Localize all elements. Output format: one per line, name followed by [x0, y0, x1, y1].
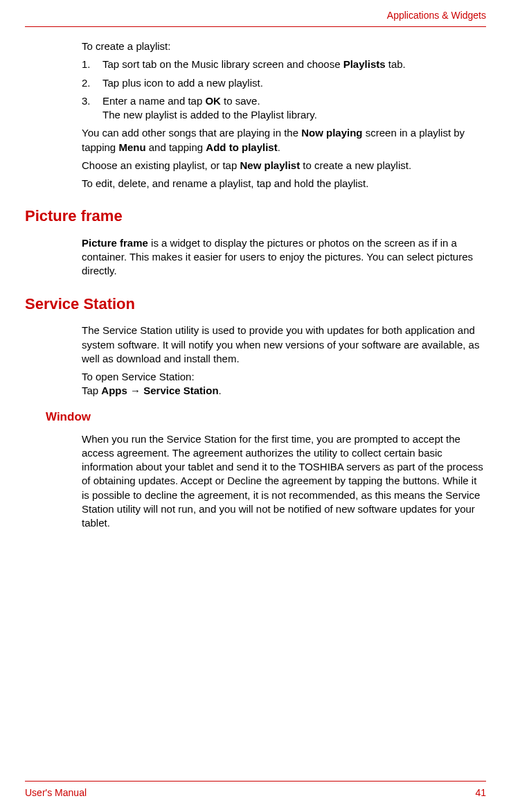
list-item: 2. Tap plus icon to add a new playlist.	[82, 76, 486, 90]
paragraph: To open Service Station: Tap Apps → Serv…	[82, 370, 486, 398]
footer-page-number: 41	[475, 787, 486, 798]
header-title: Applications & Widgets	[387, 10, 486, 21]
ordered-list: 1. Tap sort tab on the Music library scr…	[82, 58, 486, 122]
paragraph: Choose an existing playlist, or tap New …	[82, 159, 486, 173]
paragraph: You can add other songs that are playing…	[82, 126, 486, 155]
paragraph: To edit, delete, and rename a playlist, …	[82, 177, 486, 191]
page-content: To create a playlist: 1. Tap sort tab on…	[25, 39, 486, 781]
list-number: 3.	[82, 94, 102, 123]
list-item: 3. Enter a name and tap OK to save. The …	[82, 94, 486, 123]
paragraph: The Service Station utility is used to p…	[82, 324, 486, 366]
subsection-heading-window: Window	[46, 409, 486, 425]
page-header: Applications & Widgets	[25, 10, 486, 27]
list-item: 1. Tap sort tab on the Music library scr…	[82, 58, 486, 71]
list-text: Tap sort tab on the Music library screen…	[102, 58, 486, 71]
list-text: Enter a name and tap OK to save. The new…	[102, 94, 486, 123]
list-number: 2.	[82, 76, 102, 90]
section-heading-service-station: Service Station	[25, 294, 486, 315]
section-heading-picture-frame: Picture frame	[25, 206, 486, 227]
list-text: Tap plus icon to add a new playlist.	[102, 76, 486, 90]
footer-left: User's Manual	[25, 787, 87, 798]
intro-paragraph: To create a playlist:	[82, 39, 486, 53]
paragraph: When you run the Service Station for the…	[82, 432, 486, 531]
page-footer: User's Manual 41	[25, 781, 486, 798]
paragraph: Picture frame is a widget to display the…	[82, 236, 486, 279]
list-number: 1.	[82, 58, 102, 71]
